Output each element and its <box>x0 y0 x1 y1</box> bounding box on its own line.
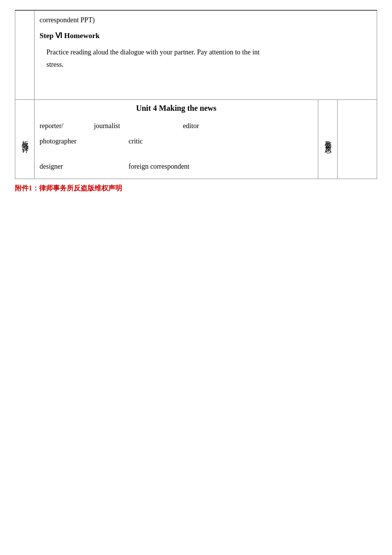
vocab-row-2: photographer critic <box>40 134 313 149</box>
vocab-row-1: reporter/ journalist editor <box>40 119 313 134</box>
vocab-row-3: designer foreign correspondent <box>40 159 313 175</box>
step-heading: Step Ⅵ Homework <box>40 32 100 40</box>
board-design-row: 板书设计 Unit 4 Making the news reporter/ jo… <box>15 100 377 179</box>
attachment-text: 律师事务所反盗版维权声明 <box>39 185 122 192</box>
vocab-foreign-correspondent: foreign correspondent <box>129 159 237 175</box>
homework-text: Practice reading aloud the dialogue with… <box>40 46 372 58</box>
board-content-cell: Unit 4 Making the news reporter/ journal… <box>35 100 318 179</box>
main-table: correspondent PPT) Step Ⅵ Homework Pract… <box>15 10 377 179</box>
empty-left-cell <box>15 11 35 100</box>
homework-text2: stress. <box>40 58 372 71</box>
correspondent-line: correspondent PPT) <box>40 15 372 26</box>
vocab-critic: critic <box>129 134 188 149</box>
vocab-journalist: journalist <box>94 119 183 134</box>
vocab-photographer: photographer <box>40 134 129 149</box>
board-label-left: 板书设计 <box>15 100 35 179</box>
unit-title: Unit 4 Making the news <box>40 104 313 113</box>
board-label-right-text: 教学反思 <box>323 104 332 174</box>
vocab-designer: designer <box>40 159 129 175</box>
vocab-editor: editor <box>183 119 222 134</box>
homework-content-cell: correspondent PPT) Step Ⅵ Homework Pract… <box>35 11 377 100</box>
attachment-line: 附件1：律师事务所反盗版维权声明 <box>15 184 377 193</box>
attachment-label: 附件1： <box>15 185 39 192</box>
cell-content-upper: correspondent PPT) Step Ⅵ Homework Pract… <box>40 15 372 95</box>
page-container: correspondent PPT) Step Ⅵ Homework Pract… <box>0 0 392 555</box>
homework-row: correspondent PPT) Step Ⅵ Homework Pract… <box>15 11 377 100</box>
vocab-reporter: reporter/ <box>40 119 94 134</box>
extra-right-cell <box>338 100 377 179</box>
board-label-right: 教学反思 <box>318 100 338 179</box>
board-label-text: 板书设计 <box>20 104 29 174</box>
vocab-grid: reporter/ journalist editor photographer… <box>40 119 313 174</box>
